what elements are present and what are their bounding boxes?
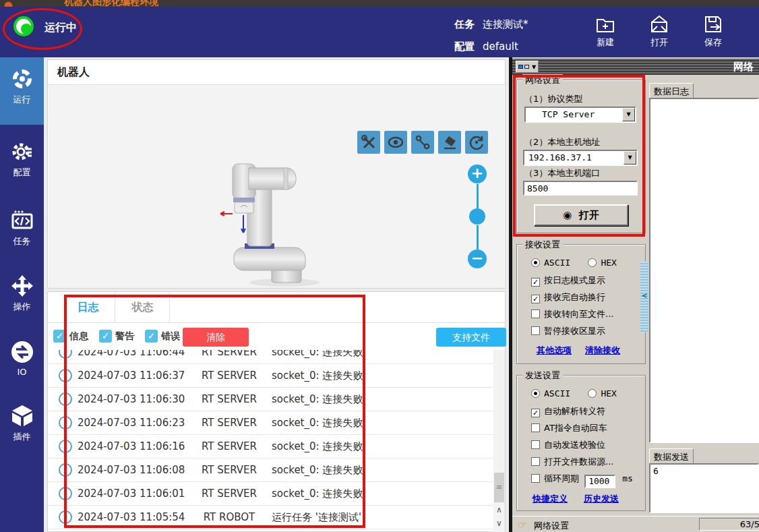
new-task-button[interactable]: 新建 bbox=[585, 9, 626, 54]
radio-selected-icon[interactable] bbox=[531, 389, 540, 398]
clear-log-button[interactable]: 清除 bbox=[183, 328, 249, 347]
trajectory-button[interactable] bbox=[411, 131, 434, 154]
sidebar-item-plugin[interactable]: 插件 bbox=[0, 394, 44, 459]
radio-icon[interactable] bbox=[588, 389, 597, 398]
log-entry-row[interactable]: i 2024-07-03 11:06:37 RT SERVER socket_0… bbox=[48, 364, 493, 388]
checkbox-icon[interactable] bbox=[531, 309, 540, 318]
send-option-row: ✓自动解析转义符 bbox=[531, 405, 605, 417]
log-message: socket_0: 连接失败 bbox=[272, 350, 493, 359]
log-time: 2024-07-03 11:06:01 bbox=[78, 487, 192, 500]
sidebar-item-operate[interactable]: 操作 bbox=[0, 264, 44, 328]
zoom-slider-track[interactable] bbox=[477, 225, 479, 249]
robot-view-panel: 机器人 bbox=[47, 59, 506, 289]
tab-log[interactable]: 日志 bbox=[61, 292, 115, 323]
log-entry-row[interactable]: i 2024-07-03 11:06:08 RT SERVER socket_0… bbox=[48, 459, 493, 482]
zoom-slider-track[interactable] bbox=[477, 184, 479, 208]
log-message: socket_0: 连接失败 bbox=[272, 440, 493, 453]
tools-button[interactable] bbox=[357, 131, 380, 154]
reset-view-button[interactable] bbox=[465, 131, 488, 154]
local-port-input[interactable] bbox=[523, 181, 638, 196]
tab-status[interactable]: 状态 bbox=[116, 292, 170, 323]
clear-receive-link[interactable]: 清除接收 bbox=[585, 345, 620, 357]
log-entry-row[interactable]: i 2024-07-03 11:06:01 RT SERVER socket_0… bbox=[48, 482, 493, 506]
eraser-button[interactable] bbox=[438, 131, 461, 154]
network-status-bar: ☞ 网络设置 63/5 bbox=[512, 516, 759, 532]
data-log-textarea[interactable] bbox=[649, 98, 759, 443]
log-entry-row[interactable]: i 2024-07-03 11:05:54 RT ROBOT 运行任务 '连接测… bbox=[48, 506, 493, 529]
radio-selected-icon[interactable] bbox=[531, 258, 540, 267]
send-ascii-radio-row: ASCII HEX bbox=[531, 388, 617, 398]
zoom-slider-handle[interactable] bbox=[469, 208, 485, 225]
chevron-down-icon[interactable]: ▼ bbox=[624, 151, 636, 165]
log-source: RT SERVER bbox=[192, 370, 266, 382]
gear-icon bbox=[10, 140, 34, 164]
history-send-link[interactable]: 历史发送 bbox=[584, 493, 619, 505]
checkbox-icon[interactable] bbox=[531, 326, 540, 335]
save-task-button[interactable]: 保存 bbox=[693, 9, 733, 54]
local-host-select[interactable]: 192.168.37.1 ▼ bbox=[523, 150, 638, 166]
collapse-panel-handle[interactable]: < bbox=[640, 262, 648, 332]
filter-warning-checkbox[interactable]: ✓ bbox=[99, 330, 112, 343]
sidebar-item-label: 运行 bbox=[0, 94, 44, 113]
filter-info-label: 信息 bbox=[69, 330, 88, 343]
open-task-button[interactable]: 打开 bbox=[639, 9, 679, 54]
cycle-period-input[interactable] bbox=[584, 475, 615, 488]
send-option-row: AT指令自动回车 bbox=[531, 422, 607, 434]
checkbox-icon[interactable] bbox=[531, 440, 540, 449]
log-scrollbar[interactable]: ≡ ∧ ∨ bbox=[493, 350, 505, 532]
tab-data-log[interactable]: 数据日志 bbox=[649, 83, 694, 98]
send-ascii-label: ASCII bbox=[544, 388, 570, 398]
checkbox-icon[interactable] bbox=[531, 457, 540, 466]
checkbox-icon[interactable] bbox=[531, 474, 540, 483]
log-message: socket_0: 连接失败 bbox=[272, 370, 493, 382]
visibility-button[interactable] bbox=[384, 131, 407, 154]
tab-data-send[interactable]: 数据发送 bbox=[649, 448, 694, 463]
local-port-field-wrap bbox=[523, 181, 638, 196]
log-entry-row[interactable]: i 2024-07-03 11:06:23 RT SERVER socket_0… bbox=[48, 411, 493, 435]
log-source: RT SERVER bbox=[192, 440, 266, 452]
sidebar-item-config[interactable]: 配置 bbox=[0, 130, 44, 194]
log-time: 2024-07-03 11:06:16 bbox=[78, 440, 192, 452]
data-send-textarea[interactable]: 6 bbox=[649, 463, 759, 513]
other-options-link[interactable]: 其他选项 bbox=[537, 345, 572, 357]
network-connections-icon[interactable]: ▼ bbox=[516, 61, 539, 73]
window-control-icon[interactable] bbox=[4, 1, 13, 7]
sidebar-item-run[interactable]: 运行 bbox=[0, 57, 44, 125]
scroll-up-button[interactable]: ∧ bbox=[493, 504, 505, 516]
tools-icon bbox=[360, 134, 377, 151]
zoom-out-button[interactable]: − bbox=[468, 249, 487, 268]
status-counter: 63/5 bbox=[699, 518, 759, 531]
checkbox-checked-icon[interactable]: ✓ bbox=[531, 278, 540, 287]
receive-ascii-radio-row: ASCII HEX bbox=[531, 258, 617, 268]
radio-icon[interactable] bbox=[588, 258, 597, 267]
log-entry-row[interactable]: i 2024-07-03 11:06:30 RT SERVER socket_0… bbox=[48, 388, 493, 411]
filter-info-checkbox[interactable]: ✓ bbox=[53, 330, 66, 343]
quick-define-link[interactable]: 快捷定义 bbox=[533, 493, 568, 505]
support-files-button[interactable]: 支持文件 bbox=[436, 328, 506, 347]
zoom-in-button[interactable]: + bbox=[468, 165, 487, 183]
log-time: 2024-07-03 11:06:30 bbox=[78, 393, 192, 405]
info-icon: i bbox=[59, 487, 72, 500]
log-entry-row[interactable]: i 2024-07-03 11:06:44 RT SERVER socket_0… bbox=[48, 350, 493, 364]
log-entry-list[interactable]: i 2024-07-03 11:06:44 RT SERVER socket_0… bbox=[48, 350, 493, 532]
log-time: 2024-07-03 11:05:54 bbox=[78, 511, 192, 523]
info-icon: i bbox=[59, 440, 72, 453]
checkbox-checked-icon[interactable]: ✓ bbox=[531, 295, 540, 303]
receive-hex-label: HEX bbox=[601, 258, 616, 268]
open-connection-button[interactable]: ◉ 打开 bbox=[534, 204, 628, 226]
run-status-indicator-icon bbox=[13, 16, 34, 36]
scroll-down-button[interactable]: ∨ bbox=[493, 517, 505, 529]
robot-3d-viewport[interactable]: + − bbox=[49, 85, 504, 288]
filter-error-checkbox[interactable]: ✓ bbox=[145, 330, 158, 343]
log-tabbar: 日志 状态 bbox=[48, 292, 505, 323]
sidebar-item-task[interactable]: 任务 bbox=[0, 199, 44, 263]
checkbox-checked-icon[interactable]: ✓ bbox=[531, 409, 540, 417]
chevron-down-icon[interactable]: ▼ bbox=[622, 108, 635, 121]
sidebar-item-io[interactable]: IO bbox=[0, 330, 44, 391]
scrollbar-thumb[interactable]: ≡ bbox=[494, 473, 504, 502]
checkbox-icon[interactable] bbox=[531, 423, 540, 432]
path-icon bbox=[414, 134, 431, 151]
protocol-type-select[interactable]: TCP Server ▼ bbox=[524, 107, 636, 123]
network-toolbar: ▼ 网络 bbox=[512, 59, 759, 75]
log-entry-row[interactable]: i 2024-07-03 11:06:16 RT SERVER socket_0… bbox=[48, 435, 493, 459]
